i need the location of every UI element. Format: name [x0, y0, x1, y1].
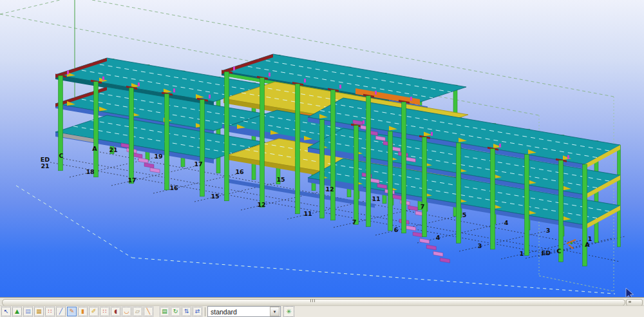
grid-label: A: [585, 241, 590, 248]
chevron-down-icon[interactable]: ▼: [270, 307, 279, 316]
grid-label: A: [92, 145, 97, 152]
grid-label: 4: [504, 219, 509, 226]
model-viewport-3d[interactable]: ED21CA2119171615121175431A18171615121176…: [0, 0, 644, 298]
grid-label: 17: [194, 160, 202, 168]
swap-horizontal-icon[interactable]: ⇄: [193, 307, 202, 316]
grid-label: 12: [325, 186, 334, 193]
snap-plane-icon[interactable]: ▱: [133, 307, 142, 316]
grid-label: 6: [394, 226, 399, 233]
snap-geometry-icon[interactable]: ▤: [23, 307, 33, 316]
grid-label: 21: [109, 146, 117, 153]
select-cursor-icon[interactable]: ↖: [1, 307, 11, 316]
snap-line-icon[interactable]: ✐: [89, 307, 99, 316]
grid-label: 15: [276, 176, 285, 183]
grid-label: 1: [520, 250, 524, 257]
scrollbar-grip-icon[interactable]: [310, 299, 318, 302]
snap-arc-icon[interactable]: ◡: [122, 307, 131, 316]
grid-label: 3: [478, 242, 482, 249]
snap-perpendicular-icon[interactable]: ╱: [56, 307, 66, 316]
grid-label: 7: [421, 203, 425, 210]
grid-label: 17: [128, 177, 136, 184]
snap-free-icon[interactable]: ✎: [67, 307, 77, 316]
structural-model-drawing: ED21CA2119171615121175431A18171615121176…: [0, 0, 644, 298]
snap-nearest-icon[interactable]: ▦: [34, 307, 44, 316]
snap-diagonal-icon[interactable]: ╲: [144, 307, 153, 316]
phase-doc-icon[interactable]: ▤: [160, 307, 169, 316]
snap-grid-icon[interactable]: ∷: [100, 307, 109, 316]
grid-label: 5: [462, 211, 467, 218]
work-plane-symbol: [567, 240, 576, 249]
grid-label: 16: [169, 184, 178, 191]
horizontal-scrollbar-strip: [0, 297, 644, 305]
grid-label: 4: [436, 234, 440, 241]
view-preset-combobox[interactable]: standard ▼: [207, 306, 281, 317]
snap-end-icon[interactable]: ◖: [111, 307, 120, 316]
grid-label: 21: [41, 162, 49, 169]
application-window: ED21CA2119171615121175431A18171615121176…: [0, 0, 644, 317]
grid-label: 15: [211, 193, 219, 200]
grid-label: 7: [352, 218, 357, 226]
grid-label: 16: [235, 168, 244, 175]
grid-label: 3: [546, 227, 551, 234]
grid-label: 18: [86, 168, 95, 175]
grid-label: 11: [372, 195, 380, 202]
swap-vertical-icon[interactable]: ⇅: [182, 307, 191, 316]
view-preset-value: standard: [208, 308, 270, 316]
grid-label: 12: [257, 201, 265, 208]
grid-label: 11: [303, 210, 312, 217]
grid-label: C: [59, 152, 64, 159]
view-options-icon[interactable]: ✳: [283, 306, 294, 317]
refresh-icon[interactable]: ↻: [171, 307, 180, 316]
snapping-toolbar: ↖▲▤▦∷╱✎▮✐∷◖◡▱╲▤↻⇅⇄ standard ▼ ✳: [0, 305, 644, 317]
grid-label: ED: [542, 249, 551, 256]
snap-extension-icon[interactable]: ▮: [78, 307, 88, 316]
snap-points-icon[interactable]: ∷: [45, 307, 55, 316]
grid-label: C: [557, 247, 562, 255]
toolbar-separator: [205, 307, 205, 316]
snap-reference-icon[interactable]: ▲: [12, 307, 22, 316]
grid-label: 19: [154, 153, 162, 160]
